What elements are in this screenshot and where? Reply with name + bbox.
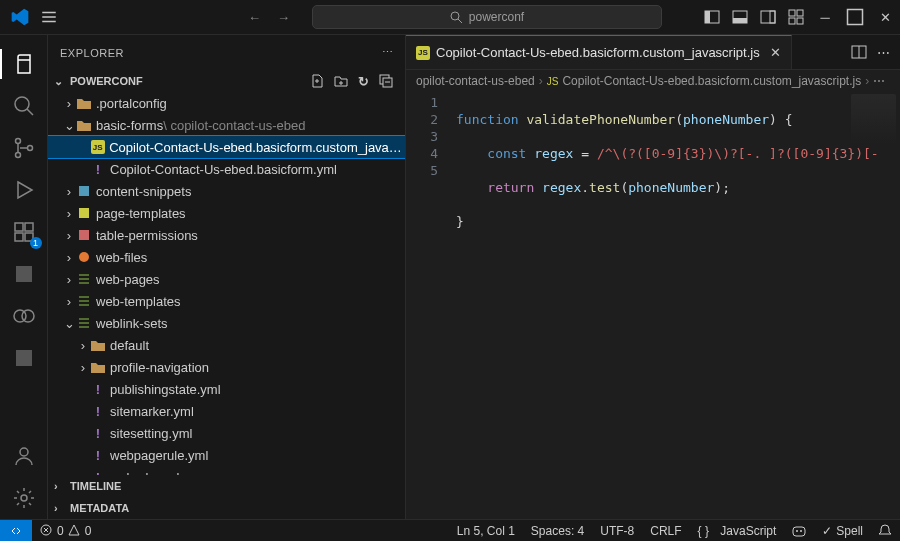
tree-folder[interactable]: ⌄basic-forms\ copilot-contact-us-ebed — [48, 114, 405, 136]
tree-folder[interactable]: ›profile-navigation — [48, 356, 405, 378]
activity-power-platform[interactable] — [0, 295, 48, 337]
editor-tab[interactable]: JS Copilot-Contact-Us-ebed.basicform.cus… — [406, 35, 792, 69]
customize-layout-icon[interactable] — [788, 9, 804, 25]
editor-group: JS Copilot-Contact-Us-ebed.basicform.cus… — [406, 35, 900, 519]
tree-file-yml[interactable]: !webrole.yml — [48, 466, 405, 475]
tree-file-yml[interactable]: !sitesetting.yml — [48, 422, 405, 444]
extensions-badge: 1 — [30, 237, 42, 249]
status-cursor-pos[interactable]: Ln 5, Col 1 — [449, 524, 523, 538]
file-tree: ›.portalconfig ⌄basic-forms\ copilot-con… — [48, 92, 405, 475]
svg-rect-29 — [79, 208, 89, 218]
line-gutter: 12345 — [406, 92, 456, 519]
status-indentation[interactable]: Spaces: 4 — [523, 524, 592, 538]
svg-rect-34 — [793, 527, 805, 536]
activity-bar: 1 — [0, 35, 48, 519]
svg-rect-19 — [25, 223, 33, 231]
layout-sidebar-left-icon[interactable] — [704, 9, 720, 25]
tree-file-yml[interactable]: !webpagerule.yml — [48, 444, 405, 466]
tree-folder[interactable]: ⌄weblink-sets — [48, 312, 405, 334]
collapse-all-icon[interactable] — [379, 74, 393, 89]
svg-point-35 — [796, 530, 798, 532]
section-root[interactable]: ⌄ POWERCONF ↻ — [48, 70, 405, 92]
title-bar: ← → powerconf ─ ✕ — [0, 0, 900, 35]
tree-file-yml[interactable]: !Copilot-Contact-Us-ebed.basicform.yml — [48, 158, 405, 180]
svg-rect-5 — [761, 11, 775, 23]
status-eol[interactable]: CRLF — [642, 524, 689, 538]
code-content[interactable]: function validatePhoneNumber(phoneNumber… — [456, 92, 879, 519]
section-metadata[interactable]: ›METADATA — [48, 497, 405, 519]
tree-folder[interactable]: ›default — [48, 334, 405, 356]
editor-more-icon[interactable]: ⋯ — [877, 45, 890, 60]
new-folder-icon[interactable] — [334, 74, 348, 89]
svg-point-12 — [15, 97, 29, 111]
status-language[interactable]: { } JavaScript — [690, 524, 785, 538]
root-folder-label: POWERCONF — [70, 75, 143, 87]
svg-point-14 — [15, 153, 20, 158]
activity-source-control[interactable] — [0, 127, 48, 169]
nav-forward-icon[interactable]: → — [277, 10, 290, 25]
command-center-search[interactable]: powerconf — [312, 5, 662, 29]
search-text: powerconf — [469, 10, 524, 24]
layout-panel-bottom-icon[interactable] — [732, 9, 748, 25]
svg-point-24 — [20, 448, 28, 456]
breadcrumb-more-icon: ⋯ — [873, 74, 885, 88]
tree-folder[interactable]: ›web-files — [48, 246, 405, 268]
svg-point-13 — [15, 139, 20, 144]
svg-point-31 — [79, 252, 89, 262]
status-encoding[interactable]: UTF-8 — [592, 524, 642, 538]
layout-sidebar-right-icon[interactable] — [760, 9, 776, 25]
tree-file-yml[interactable]: !sitemarker.yml — [48, 400, 405, 422]
breadcrumb[interactable]: opilot-contact-us-ebed › JS Copilot-Cont… — [406, 70, 900, 92]
breadcrumb-item[interactable]: opilot-contact-us-ebed — [416, 74, 535, 88]
window-close-icon[interactable]: ✕ — [876, 8, 894, 26]
status-spell[interactable]: ✓ Spell — [814, 524, 871, 538]
tab-close-icon[interactable]: ✕ — [770, 45, 781, 60]
chevron-right-icon: › — [539, 74, 543, 88]
svg-point-0 — [451, 12, 459, 20]
js-file-icon: JS — [416, 46, 430, 60]
tree-folder[interactable]: ›web-templates — [48, 290, 405, 312]
status-bar: 0 0 Ln 5, Col 1 Spaces: 4 UTF-8 CRLF { }… — [0, 519, 900, 541]
section-timeline[interactable]: ›TIMELINE — [48, 475, 405, 497]
tree-file-yml[interactable]: !publishingstate.yml — [48, 378, 405, 400]
status-notifications-icon[interactable] — [871, 524, 900, 538]
activity-search[interactable] — [0, 85, 48, 127]
chevron-right-icon: › — [865, 74, 869, 88]
activity-extensions[interactable]: 1 — [0, 211, 48, 253]
code-editor[interactable]: 12345 function validatePhoneNumber(phone… — [406, 92, 900, 519]
svg-rect-7 — [789, 10, 795, 16]
status-copilot-icon[interactable] — [784, 524, 814, 538]
tree-folder[interactable]: ›table-permissions — [48, 224, 405, 246]
refresh-icon[interactable]: ↻ — [358, 74, 369, 89]
window-minimize-icon[interactable]: ─ — [816, 8, 834, 26]
window-maximize-icon[interactable] — [846, 8, 864, 26]
tree-file-js[interactable]: JSCopilot-Contact-Us-ebed.basicform.cust… — [48, 136, 405, 158]
new-file-icon[interactable] — [310, 74, 324, 89]
svg-point-22 — [22, 310, 34, 322]
svg-rect-20 — [16, 266, 32, 282]
activity-run-debug[interactable] — [0, 169, 48, 211]
remote-indicator[interactable] — [0, 520, 32, 541]
explorer-title: EXPLORER — [60, 47, 124, 59]
js-file-icon: JS — [547, 76, 559, 87]
tree-folder[interactable]: ›web-pages — [48, 268, 405, 290]
activity-accounts[interactable] — [0, 435, 48, 477]
explorer-more-icon[interactable]: ⋯ — [382, 46, 394, 59]
activity-custom-2[interactable] — [0, 337, 48, 379]
tree-folder[interactable]: ›page-templates — [48, 202, 405, 224]
activity-explorer[interactable] — [0, 43, 48, 85]
tree-folder[interactable]: ›content-snippets — [48, 180, 405, 202]
minimap[interactable] — [851, 94, 896, 144]
nav-back-icon[interactable]: ← — [248, 10, 261, 25]
tree-folder[interactable]: ›.portalconfig — [48, 92, 405, 114]
svg-rect-17 — [15, 233, 23, 241]
activity-settings[interactable] — [0, 477, 48, 519]
status-problems[interactable]: 0 0 — [32, 524, 99, 538]
svg-point-25 — [21, 495, 27, 501]
activity-custom-1[interactable] — [0, 253, 48, 295]
tab-title: Copilot-Contact-Us-ebed.basicform.custom… — [436, 45, 760, 60]
search-icon — [450, 11, 463, 24]
breadcrumb-item[interactable]: Copilot-Contact-Us-ebed.basicform.custom… — [562, 74, 861, 88]
hamburger-menu-icon[interactable] — [40, 8, 58, 26]
split-editor-icon[interactable] — [851, 44, 867, 60]
